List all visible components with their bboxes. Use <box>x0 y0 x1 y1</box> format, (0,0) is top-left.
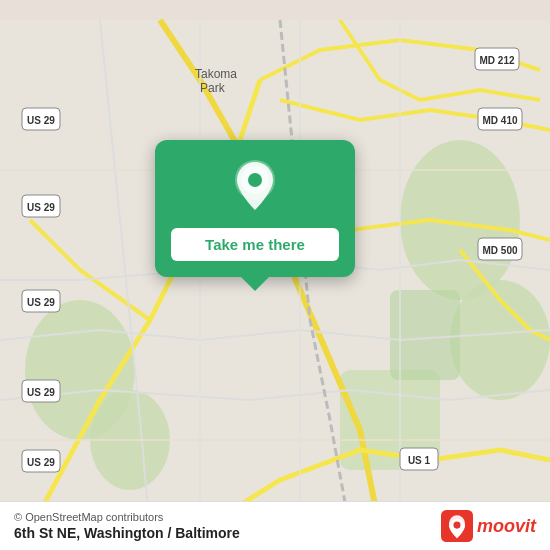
svg-text:MD 212: MD 212 <box>479 55 514 66</box>
svg-text:MD 410: MD 410 <box>482 115 517 126</box>
osm-credit: © OpenStreetMap contributors <box>14 511 240 523</box>
moovit-icon <box>441 510 473 542</box>
popup-card: Take me there <box>155 140 355 277</box>
svg-text:US 29: US 29 <box>27 457 55 468</box>
takoma-park-label: Takoma <box>195 67 237 81</box>
svg-text:US 29: US 29 <box>27 202 55 213</box>
take-me-there-button[interactable]: Take me there <box>171 228 339 261</box>
bottom-bar: © OpenStreetMap contributors 6th St NE, … <box>0 501 550 550</box>
map-container: Takoma Park US 29 US 29 US 29 US 29 US 2… <box>0 0 550 550</box>
svg-point-28 <box>248 173 262 187</box>
svg-text:MD 500: MD 500 <box>482 245 517 256</box>
location-name: 6th St NE, Washington / Baltimore <box>14 525 240 541</box>
svg-text:US 29: US 29 <box>27 115 55 126</box>
moovit-text: moovit <box>477 516 536 537</box>
location-pin <box>233 160 277 216</box>
moovit-logo: moovit <box>441 510 536 542</box>
svg-text:US 29: US 29 <box>27 297 55 308</box>
svg-text:Park: Park <box>200 81 226 95</box>
svg-text:US 29: US 29 <box>27 387 55 398</box>
svg-point-31 <box>453 522 460 529</box>
location-info: © OpenStreetMap contributors 6th St NE, … <box>14 511 240 541</box>
svg-text:US 1: US 1 <box>408 455 431 466</box>
